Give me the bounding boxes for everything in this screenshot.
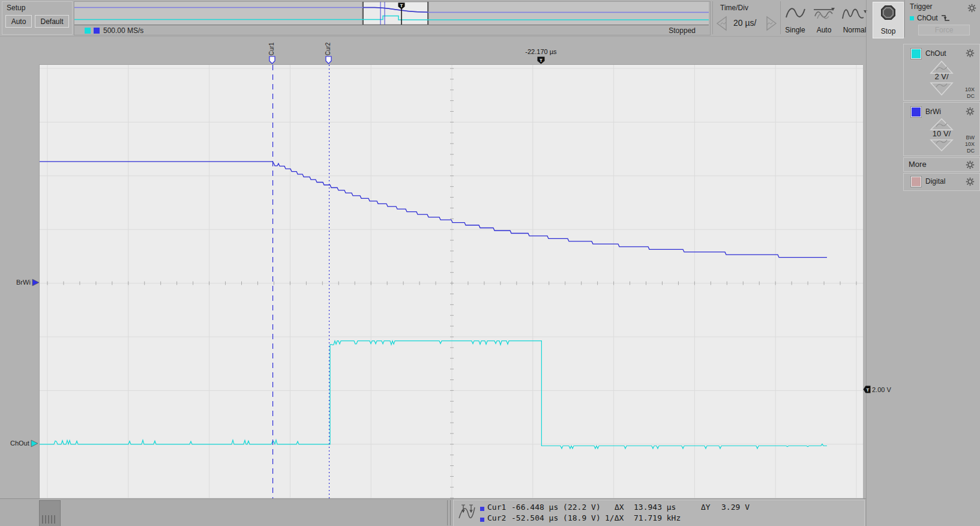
brwi-coupling-badge: DC [967, 148, 975, 154]
svg-text:T: T [867, 387, 870, 393]
channel-panel-brwi[interactable]: BrWi 10 V/ BW 10X DC [903, 102, 980, 156]
more-settings-gear-icon[interactable] [966, 160, 975, 169]
chout-name: ChOut [925, 49, 946, 58]
normal-trigger-icon [841, 5, 868, 21]
cursor1-top-label: Cur1 [268, 43, 275, 56]
chout-settings-gear-icon[interactable] [966, 49, 975, 58]
trigger-panel: Trigger ChOut Force [905, 0, 980, 37]
cur1-readout-label: Cur1 [487, 503, 506, 512]
auto-trigger-button[interactable]: Auto [811, 4, 837, 37]
brwi-probe-badge: 10X [965, 141, 975, 147]
splitter-handle[interactable] [447, 500, 448, 525]
bottom-bar: Cur1 -66.448 µs (22.2 V) ΔX 13.943 µs ΔY… [0, 498, 866, 526]
dy-label: ΔY [701, 503, 711, 512]
oscilloscope-app: Setup Auto Default T 500.00 MS/s Stopped [0, 0, 980, 526]
dx-value: 13.943 µs [634, 503, 676, 512]
digital-name: Digital [925, 177, 945, 186]
sample-rate-label: 500.00 MS/s [103, 26, 143, 35]
stop-label: Stop [881, 27, 896, 35]
normal-trigger-label: Normal [843, 26, 867, 34]
brwi-ground-arrow-icon [32, 279, 40, 286]
trigger-level-marker[interactable]: T 2.00 V [863, 385, 891, 393]
digital-panel[interactable]: Digital [903, 173, 980, 191]
timebase-decrease-arrow[interactable] [714, 15, 730, 32]
dy-value: 3.29 V [721, 503, 750, 512]
brwi-ground-marker[interactable]: BrWi [16, 279, 40, 286]
cursor2-handle[interactable] [325, 56, 332, 64]
brwi-enable-checkbox[interactable] [911, 107, 921, 117]
trigger-position-marker[interactable]: T [537, 56, 545, 64]
svg-text:T: T [540, 58, 543, 63]
cursor-readout-panel: Cur1 -66.448 µs (22.2 V) ΔX 13.943 µs ΔY… [453, 500, 865, 526]
chout-ground-arrow-icon [31, 440, 38, 447]
inv-dx-label: 1/ΔX [605, 513, 624, 522]
svg-text:T: T [400, 3, 403, 8]
trigger-source-color-dot [910, 16, 914, 20]
chout-ground-label: ChOut [10, 440, 29, 447]
trigger-title: Trigger [910, 2, 933, 11]
timebase-increase-arrow[interactable] [763, 15, 779, 32]
timebase-value[interactable]: 20 µs/ [733, 18, 756, 28]
brwi-ground-label: BrWi [16, 279, 31, 286]
trigger-source-row[interactable]: ChOut [910, 13, 950, 23]
chout-color-swatch [85, 28, 91, 34]
brwi-scale-down-arrow[interactable] [928, 139, 955, 152]
cur2-readout-value: -52.504 µs (18.9 V) [511, 513, 601, 522]
brwi-settings-gear-icon[interactable] [966, 107, 975, 116]
cur2-color-square [480, 518, 484, 522]
single-label: Single [785, 26, 805, 34]
timebase-title: Time/Div [720, 4, 748, 12]
default-setup-button[interactable]: Default [35, 15, 69, 28]
acquisition-status: Stopped [669, 26, 696, 35]
brwi-scale-value: 10 V/ [933, 129, 951, 138]
single-button[interactable]: Single [781, 4, 810, 37]
trigger-settings-gear-icon[interactable] [967, 4, 976, 13]
trigger-delay-label: -22.170 µs [525, 48, 556, 55]
auto-setup-button[interactable]: Auto [5, 15, 32, 28]
timeline-preview[interactable]: T [74, 2, 709, 25]
brwi-name: BrWi [925, 107, 941, 116]
digital-settings-gear-icon[interactable] [966, 177, 975, 186]
timeline-viewport[interactable] [362, 2, 428, 25]
chout-ground-marker[interactable]: ChOut [10, 440, 38, 447]
setup-title: Setup [7, 4, 25, 12]
timeline-bar[interactable]: T 500.00 MS/s Stopped [74, 1, 711, 35]
cur1-color-square [480, 507, 484, 511]
timebase-panel: Time/Div 20 µs/ [712, 1, 781, 34]
chout-coupling-badge: DC [967, 93, 975, 99]
cur1-readout-value: -66.448 µs (22.2 V) [511, 503, 601, 512]
cur2-readout-label: Cur2 [487, 513, 506, 522]
more-label: More [909, 160, 927, 169]
chout-scale-down-arrow[interactable] [928, 82, 955, 96]
grabber-grip-icon [42, 515, 56, 524]
setup-panel: Setup Auto Default [2, 1, 73, 35]
chout-probe-badge: 10X [965, 86, 975, 92]
cursor1-handle[interactable] [269, 56, 275, 64]
single-icon [784, 5, 806, 21]
inv-dx-value: 71.719 kHz [634, 513, 681, 522]
more-panel[interactable]: More [903, 157, 980, 172]
waveform-canvas [40, 65, 863, 498]
stop-icon [880, 4, 897, 21]
auto-trigger-icon [813, 5, 835, 21]
trigger-level-value: 2.00 V [872, 386, 891, 393]
cursors-icon[interactable] [457, 503, 476, 524]
trigger-source-label: ChOut [917, 14, 938, 22]
trigger-level-icon: T [863, 385, 871, 393]
channel-panel-chout[interactable]: ChOut 2 V/ 10X DC [903, 44, 980, 101]
dx-label: ΔX [615, 503, 624, 512]
auto-trigger-label: Auto [817, 26, 832, 34]
brwi-color-swatch [94, 28, 100, 34]
falling-edge-icon [941, 14, 950, 22]
digital-enable-checkbox[interactable] [911, 177, 921, 187]
drawer-grabber[interactable] [39, 500, 61, 526]
timeline-preview-canvas: T [74, 2, 709, 25]
waveform-plot-area[interactable] [39, 64, 863, 498]
chout-enable-checkbox[interactable] [911, 49, 921, 59]
cursor2-top-label: Cur2 [325, 43, 331, 56]
stop-button[interactable]: Stop [873, 2, 904, 38]
brwi-bw-badge: BW [966, 135, 975, 141]
chout-scale-value: 2 V/ [934, 72, 948, 81]
force-trigger-button[interactable]: Force [918, 25, 970, 35]
